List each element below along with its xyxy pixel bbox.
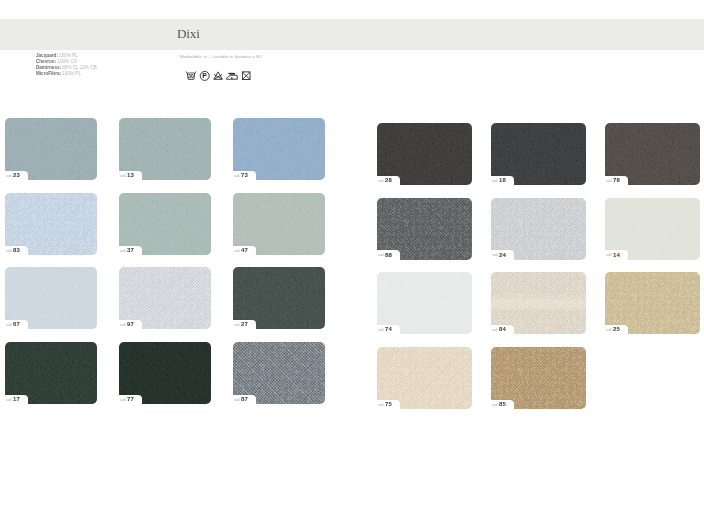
svg-text:P: P bbox=[202, 72, 207, 79]
svg-text:30: 30 bbox=[188, 74, 194, 79]
